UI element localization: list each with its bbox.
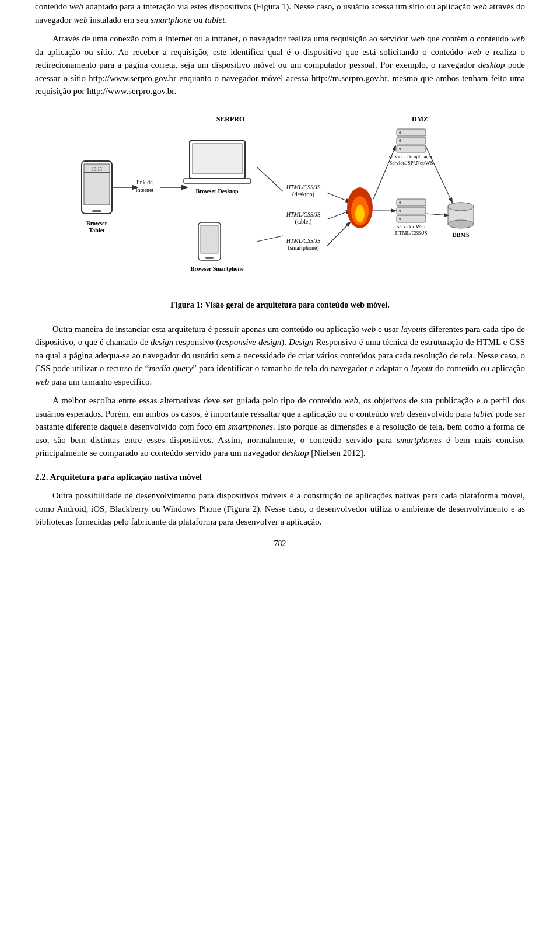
svg-text:Browser Desktop: Browser Desktop <box>195 188 239 194</box>
svg-text:Browser Smartphone: Browser Smartphone <box>190 266 244 272</box>
svg-line-59 <box>426 214 448 215</box>
svg-point-38 <box>399 131 401 134</box>
svg-text:servidor Web: servidor Web <box>397 224 425 229</box>
svg-point-55 <box>448 220 474 228</box>
svg-point-56 <box>448 203 474 211</box>
svg-line-30 <box>327 222 350 246</box>
svg-text:DBMS: DBMS <box>453 232 470 238</box>
svg-line-21 <box>257 236 283 242</box>
svg-rect-17 <box>201 225 218 253</box>
svg-line-28 <box>327 193 350 202</box>
paragraph-1: conteúdo web adaptado para a interação v… <box>35 0 525 26</box>
svg-text:10:15: 10:15 <box>92 167 102 172</box>
svg-point-48 <box>399 210 401 212</box>
svg-rect-13 <box>192 144 242 174</box>
svg-text:SERPRO: SERPRO <box>216 115 245 123</box>
svg-point-33 <box>355 205 365 222</box>
svg-line-20 <box>257 167 283 191</box>
section-title: Arquitetura para aplicação nativa móvel <box>50 472 202 481</box>
figure-caption-bold: Figura 1: Visão geral de arquitetura par… <box>170 301 389 309</box>
paragraph-4: A melhor escolha entre essas alternativa… <box>35 394 525 460</box>
svg-text:servidor de aplicação: servidor de aplicação <box>389 153 434 159</box>
svg-text:Servlet/JSP/.Net/WS: Servlet/JSP/.Net/WS <box>389 160 433 166</box>
svg-rect-18 <box>205 257 214 259</box>
svg-text:(tablet): (tablet) <box>295 218 312 225</box>
svg-text:HTML/CSS/JS: HTML/CSS/JS <box>395 230 427 236</box>
svg-point-47 <box>399 201 401 204</box>
paragraph-5: Outra possibilidade de desenvolvimento p… <box>35 489 525 529</box>
figure-1-diagram: 10:15 Browser Tablet link de internet SE… <box>76 109 484 295</box>
svg-line-29 <box>327 211 350 219</box>
svg-text:HTML/CSS/JS: HTML/CSS/JS <box>286 238 320 244</box>
svg-rect-14 <box>184 179 251 183</box>
svg-text:HTML/CSS/JS: HTML/CSS/JS <box>286 211 320 218</box>
svg-point-40 <box>399 148 401 150</box>
svg-line-58 <box>426 146 452 202</box>
page-number: 782 <box>35 539 525 549</box>
svg-line-43 <box>373 146 396 199</box>
svg-text:link de: link de <box>136 179 153 186</box>
svg-point-39 <box>399 139 401 142</box>
svg-text:Tablet: Tablet <box>89 227 106 233</box>
svg-text:Browser: Browser <box>86 220 107 226</box>
section-heading: 2.2. Arquitetura para aplicação nativa m… <box>35 470 525 484</box>
paragraph-3: Outra maneira de instanciar esta arquite… <box>35 323 525 389</box>
svg-text:DMZ: DMZ <box>412 115 428 123</box>
figure-caption: Figura 1: Visão geral de arquitetura par… <box>170 299 389 311</box>
svg-text:internet: internet <box>136 187 154 193</box>
figure-1-container: 10:15 Browser Tablet link de internet SE… <box>35 109 525 317</box>
svg-text:(desktop): (desktop) <box>292 191 314 198</box>
svg-point-49 <box>399 218 401 220</box>
page-content: conteúdo web adaptado para a interação v… <box>35 0 525 549</box>
svg-text:(smartphone): (smartphone) <box>288 245 318 252</box>
paragraph-2: Através de uma conexão com a Internet ou… <box>35 32 525 98</box>
svg-text:HTML/CSS/JS: HTML/CSS/JS <box>286 184 320 190</box>
svg-rect-4 <box>92 210 102 212</box>
section-number: 2.2. <box>35 472 48 481</box>
